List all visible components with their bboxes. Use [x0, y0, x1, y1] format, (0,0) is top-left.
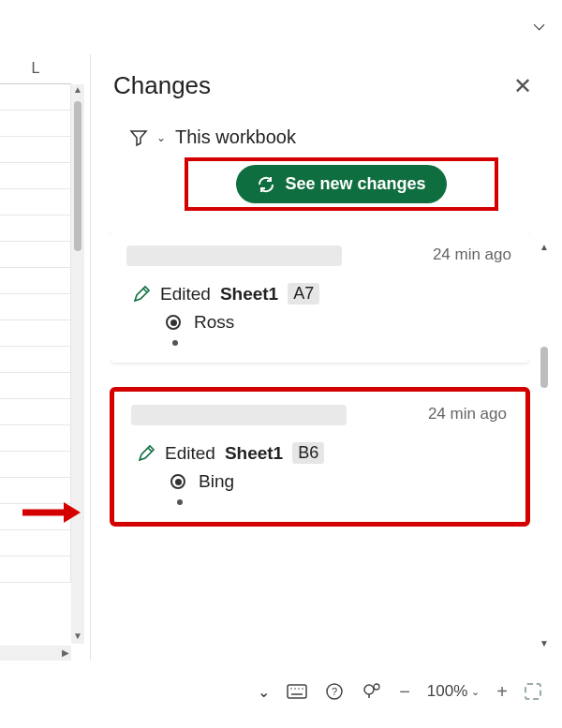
worksheet-vertical-scrollbar[interactable]: ▲ ▼ — [71, 84, 84, 644]
scroll-thumb[interactable] — [540, 347, 548, 388]
svg-point-10 — [364, 685, 374, 694]
change-card[interactable]: 24 min ago Edited Sheet1 A7 Ross — [110, 232, 530, 363]
pane-scrollbar[interactable]: ▲ ▼ — [538, 242, 551, 651]
status-bar: ⌄ ? − 100% ⌄ + — [90, 674, 555, 709]
author-placeholder — [126, 245, 342, 266]
svg-marker-1 — [64, 502, 81, 523]
current-value-icon — [166, 315, 181, 330]
refresh-icon — [257, 175, 275, 194]
change-cell: A7 — [288, 283, 319, 305]
filter-label: This workbook — [175, 126, 296, 148]
pane-title: Changes — [113, 71, 510, 100]
changes-pane: Changes ✕ ⌄ This workbook See new change… — [90, 54, 555, 661]
scroll-right-icon[interactable]: ▶ — [62, 647, 69, 658]
change-action: Edited — [160, 284, 211, 305]
change-action: Edited — [165, 443, 215, 464]
current-value-icon — [170, 474, 185, 489]
annotation-highlight-box: See new changes — [185, 157, 498, 211]
worksheet-cells[interactable] — [0, 84, 71, 644]
pencil-icon — [137, 444, 155, 463]
svg-point-7 — [302, 688, 303, 690]
svg-point-5 — [294, 688, 296, 690]
scroll-down-icon[interactable]: ▼ — [73, 631, 82, 644]
scroll-up-icon[interactable]: ▲ — [539, 242, 550, 255]
column-header[interactable]: L — [0, 54, 71, 84]
filter-dropdown[interactable]: ⌄ This workbook — [91, 104, 555, 148]
change-value: Bing — [199, 471, 234, 492]
see-new-changes-button[interactable]: See new changes — [236, 165, 446, 203]
fullscreen-icon[interactable] — [525, 683, 541, 700]
see-new-changes-label: See new changes — [285, 174, 425, 194]
svg-point-6 — [298, 688, 300, 690]
history-trail-icon — [177, 499, 509, 505]
feedback-icon[interactable] — [362, 681, 382, 702]
change-value: Ross — [194, 312, 234, 333]
ribbon-collapse-chevron-icon[interactable]: ⌵ — [533, 11, 545, 36]
close-icon[interactable]: ✕ — [510, 73, 536, 99]
svg-text:?: ? — [332, 686, 337, 697]
change-time: 24 min ago — [433, 245, 511, 264]
worksheet-horizontal-scrollbar[interactable]: ▶ — [0, 646, 71, 661]
change-sheet: Sheet1 — [225, 443, 283, 464]
history-trail-icon — [172, 340, 513, 346]
changes-list: 24 min ago Edited Sheet1 A7 Ross 24 min … — [110, 232, 530, 653]
zoom-value: 100% — [427, 682, 467, 701]
chevron-down-icon: ⌄ — [156, 131, 166, 144]
change-sheet: Sheet1 — [220, 284, 278, 305]
svg-point-4 — [290, 688, 292, 690]
help-icon[interactable]: ? — [324, 681, 345, 702]
chevron-down-icon: ⌄ — [471, 686, 480, 698]
change-time: 24 min ago — [428, 405, 507, 423]
svg-rect-2 — [288, 685, 306, 698]
author-placeholder — [131, 405, 347, 425]
annotation-arrow-icon — [22, 502, 81, 523]
pencil-icon — [132, 285, 151, 304]
scroll-up-icon[interactable]: ▲ — [73, 84, 82, 97]
filter-icon — [130, 129, 147, 146]
zoom-in-button[interactable]: + — [496, 681, 508, 703]
svg-point-11 — [374, 684, 379, 690]
zoom-out-button[interactable]: − — [399, 681, 410, 703]
chevron-down-icon[interactable]: ⌄ — [258, 683, 270, 701]
change-cell: B6 — [292, 442, 324, 464]
keyboard-icon[interactable] — [287, 681, 307, 702]
scroll-thumb[interactable] — [74, 101, 81, 251]
change-card[interactable]: 24 min ago Edited Sheet1 B6 Bing — [110, 387, 530, 527]
zoom-dropdown[interactable]: 100% ⌄ — [427, 682, 480, 701]
scroll-down-icon[interactable]: ▼ — [539, 638, 550, 651]
